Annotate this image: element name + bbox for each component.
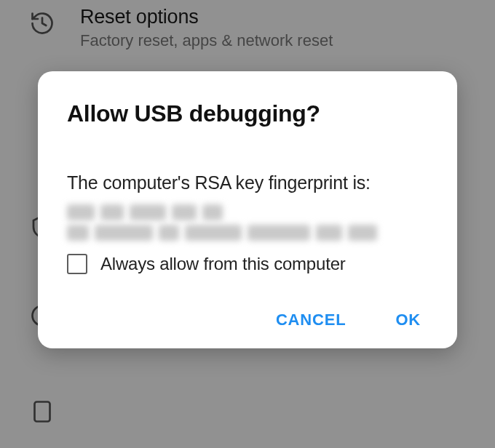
rsa-fingerprint-redacted	[67, 204, 428, 241]
usb-debugging-dialog: Allow USB debugging? The computer's RSA …	[38, 71, 457, 348]
cancel-button[interactable]: CANCEL	[276, 311, 346, 329]
dialog-actions: CANCEL OK	[67, 311, 428, 329]
always-allow-row[interactable]: Always allow from this computer	[67, 254, 428, 274]
dialog-title: Allow USB debugging?	[67, 100, 428, 127]
dialog-body: The computer's RSA key fingerprint is:	[67, 169, 428, 196]
always-allow-label: Always allow from this computer	[100, 254, 346, 274]
ok-button[interactable]: OK	[395, 311, 421, 329]
always-allow-checkbox[interactable]	[67, 254, 87, 274]
